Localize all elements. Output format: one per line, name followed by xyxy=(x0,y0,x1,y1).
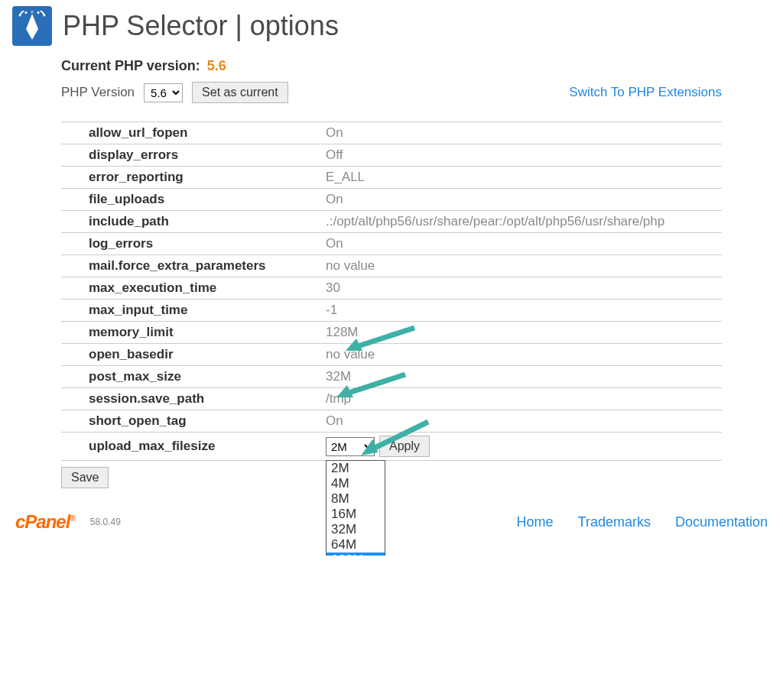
svg-text:PHP: PHP xyxy=(29,11,36,14)
page-header: PHP PHP Selector | options xyxy=(0,0,783,58)
set-as-current-button[interactable]: Set as current xyxy=(192,82,288,103)
option-value[interactable]: 128M xyxy=(298,322,722,344)
option-value[interactable]: On xyxy=(298,189,722,211)
cpanel-logo: cPanel® xyxy=(15,511,75,533)
option-key: file_uploads xyxy=(61,189,298,211)
table-row: display_errorsOff xyxy=(61,144,722,167)
option-value-editing: 2MApply2M4M8M16M32M64M128M256M512M1G xyxy=(298,433,722,461)
page-title: PHP Selector | options xyxy=(63,10,339,42)
footer: cPanel® 58.0.49 Home Trademarks Document… xyxy=(0,488,783,556)
option-key: session.save_path xyxy=(61,388,298,410)
table-row: file_uploadsOn xyxy=(61,189,722,211)
option-value[interactable]: .:/opt/alt/php56/usr/share/pear:/opt/alt… xyxy=(298,211,722,233)
option-key: short_open_tag xyxy=(61,410,298,433)
option-key: memory_limit xyxy=(61,322,298,344)
php-options-table: allow_url_fopenOndisplay_errorsOfferror_… xyxy=(61,122,722,461)
option-key: display_errors xyxy=(61,144,298,167)
option-key: log_errors xyxy=(61,233,298,255)
php-selector-icon: PHP xyxy=(12,6,52,46)
dropdown-option[interactable]: 32M xyxy=(327,522,385,537)
option-value[interactable]: On xyxy=(298,233,722,255)
option-key: max_execution_time xyxy=(61,277,298,300)
footer-link-home[interactable]: Home xyxy=(517,514,554,530)
switch-extensions-link[interactable]: Switch To PHP Extensions xyxy=(569,85,722,100)
svg-point-1 xyxy=(25,11,28,14)
option-value[interactable]: 30 xyxy=(298,277,722,300)
table-row: open_basedirno value xyxy=(61,344,722,366)
option-key: post_max_size xyxy=(61,366,298,388)
table-row: mail.force_extra_parametersno value xyxy=(61,255,722,277)
dropdown-option[interactable]: 4M xyxy=(327,476,385,491)
table-row: max_execution_time30 xyxy=(61,277,722,300)
dropdown-option[interactable]: 128M xyxy=(327,553,385,556)
dropdown-option[interactable]: 16M xyxy=(327,507,385,522)
option-key: error_reporting xyxy=(61,167,298,189)
php-version-select[interactable]: 5.6 xyxy=(144,83,183,102)
table-row: session.save_path/tmp xyxy=(61,388,722,410)
table-row: allow_url_fopenOn xyxy=(61,122,722,144)
option-key: open_basedir xyxy=(61,344,298,366)
options-table-wrap: allow_url_fopenOndisplay_errorsOfferror_… xyxy=(61,122,722,461)
table-row: max_input_time-1 xyxy=(61,300,722,322)
option-value[interactable]: Off xyxy=(298,144,722,167)
dropdown-option[interactable]: 2M xyxy=(327,461,385,476)
table-row: include_path.:/opt/alt/php56/usr/share/p… xyxy=(61,211,722,233)
option-value[interactable]: On xyxy=(298,122,722,144)
svg-point-0 xyxy=(19,15,21,17)
table-row: short_open_tagOn xyxy=(61,410,722,433)
table-row: post_max_size32M xyxy=(61,366,722,388)
footer-link-documentation[interactable]: Documentation xyxy=(675,514,768,530)
svg-point-4 xyxy=(44,15,46,17)
table-row: upload_max_filesize2MApply2M4M8M16M32M64… xyxy=(61,433,722,461)
footer-links: Home Trademarks Documentation xyxy=(517,514,768,530)
option-value[interactable]: On xyxy=(298,410,722,433)
cpanel-version: 58.0.49 xyxy=(90,517,121,527)
option-key: allow_url_fopen xyxy=(61,122,298,144)
svg-point-3 xyxy=(37,11,40,14)
dropdown-option[interactable]: 64M xyxy=(327,537,385,553)
option-value[interactable]: -1 xyxy=(298,300,722,322)
option-key: max_input_time xyxy=(61,300,298,322)
option-value[interactable]: 32M xyxy=(298,366,722,388)
option-value[interactable]: /tmp xyxy=(298,388,722,410)
php-version-label: PHP Version xyxy=(61,85,135,100)
option-value[interactable]: E_ALL xyxy=(298,167,722,189)
upload-max-filesize-select[interactable]: 2M xyxy=(326,437,375,456)
save-button[interactable]: Save xyxy=(61,467,109,488)
table-row: log_errorsOn xyxy=(61,233,722,255)
footer-link-trademarks[interactable]: Trademarks xyxy=(578,514,651,530)
option-value[interactable]: no value xyxy=(298,255,722,277)
apply-button[interactable]: Apply xyxy=(379,436,430,457)
table-row: error_reportingE_ALL xyxy=(61,167,722,189)
option-key: upload_max_filesize xyxy=(61,433,298,461)
dropdown-option[interactable]: 8M xyxy=(327,491,385,507)
option-key: include_path xyxy=(61,211,298,233)
current-version-line: Current PHP version: 5.6 xyxy=(61,58,722,74)
current-version-label: Current PHP version: xyxy=(61,58,200,73)
current-version-value: 5.6 xyxy=(207,58,226,73)
table-row: memory_limit128M xyxy=(61,322,722,344)
version-controls: PHP Version 5.6 Set as current Switch To… xyxy=(61,82,722,103)
option-value[interactable]: no value xyxy=(298,344,722,366)
option-key: mail.force_extra_parameters xyxy=(61,255,298,277)
upload-max-filesize-dropdown[interactable]: 2M4M8M16M32M64M128M256M512M1G xyxy=(326,460,385,556)
